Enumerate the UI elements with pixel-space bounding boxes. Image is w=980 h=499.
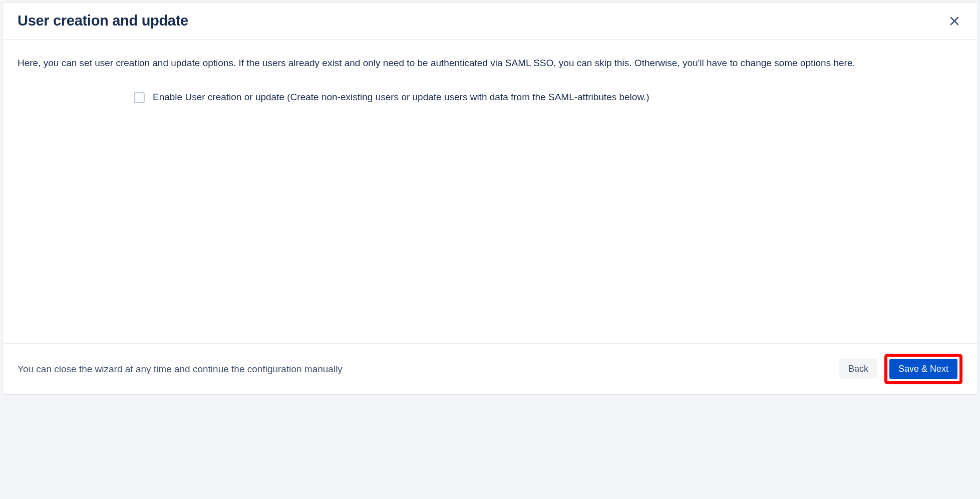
dialog-header: User creation and update (3, 3, 977, 40)
close-icon (948, 15, 960, 27)
user-creation-dialog: User creation and update Here, you can s… (2, 2, 978, 395)
enable-user-creation-label: Enable User creation or update (Create n… (153, 90, 649, 105)
footer-actions: Back Save & Next (839, 354, 962, 384)
dialog-body: Here, you can set user creation and upda… (3, 40, 977, 343)
highlight-annotation: Save & Next (884, 354, 962, 384)
enable-user-creation-checkbox[interactable] (134, 92, 145, 103)
dialog-footer: You can close the wizard at any time and… (3, 343, 977, 394)
save-next-button[interactable]: Save & Next (889, 359, 957, 379)
footer-hint: You can close the wizard at any time and… (18, 364, 343, 375)
intro-text: Here, you can set user creation and upda… (18, 56, 962, 70)
back-button[interactable]: Back (839, 359, 877, 379)
close-button[interactable] (946, 13, 962, 29)
enable-user-creation-row: Enable User creation or update (Create n… (18, 90, 962, 105)
dialog-title: User creation and update (18, 13, 188, 29)
